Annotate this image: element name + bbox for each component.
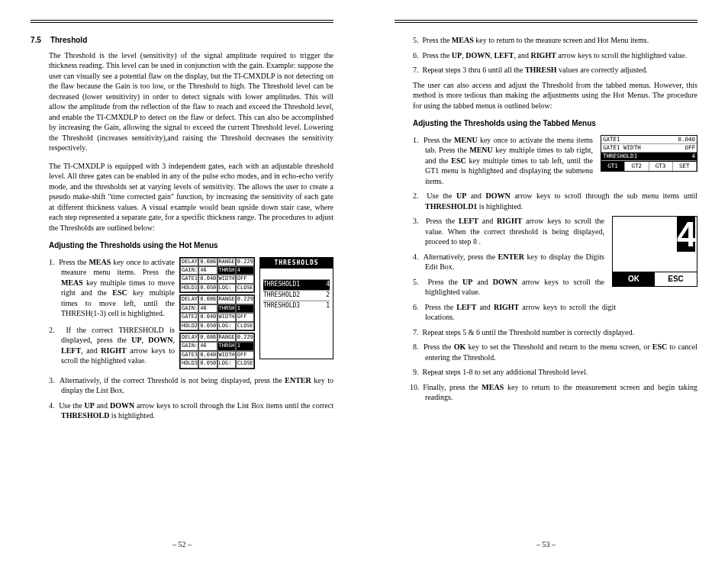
- lcd-3: DELAY:0.086RANGE:0.229 GAIN:46THRSH3:1 G…: [179, 333, 255, 369]
- hotmenu-step-5: 5. Press the MEAS key to return to the m…: [413, 35, 697, 46]
- tabbed-step-1: 1. Press the MENU key once to activate t…: [413, 135, 616, 187]
- tabbed-step-10: 10. Finally, press the MEAS key to retur…: [413, 382, 697, 403]
- hotmenu-step-3: 3. Alternatively, if the correct Thresho…: [31, 375, 333, 396]
- section-title: 7.5Threshold: [31, 35, 333, 46]
- page-spread: 7.5Threshold The Threshold is the level …: [0, 0, 728, 563]
- tabbed-step-8: 8. Press the OK key to set the Threshold…: [413, 342, 697, 362]
- lcd-1: DELAY:0.086RANGE:0.229 GAIN:46THRSH1:4 G…: [179, 257, 255, 294]
- section-number: 7.5: [31, 36, 41, 44]
- tabbed-step-9: 9. Repeat steps 1-8 to set any additiona…: [413, 367, 697, 378]
- header-rules: [31, 20, 333, 23]
- esc-label: ESC: [655, 272, 697, 286]
- hotmenu-step-4: 4. Use the UP and DOWN arrow keys to scr…: [31, 401, 333, 421]
- tabbed-steps: GATE10.040 GATE1 WIDTHOFF THRESHOLD14 GT…: [395, 135, 697, 403]
- tabbed-heading: Adjusting the Thresholds using the Tabbe…: [413, 118, 697, 129]
- tabbed-step-5: 5. Press the UP and DOWN arrow keys to s…: [413, 277, 616, 298]
- page-number-52: – 52 –: [0, 539, 364, 550]
- page-number-53: – 53 –: [364, 539, 728, 550]
- tabbed-step-3: 3. Press the LEFT and RIGHT arrow keys t…: [413, 216, 616, 247]
- lcd-readouts: DELAY:0.086RANGE:0.229 GAIN:46THRSH1:4 G…: [179, 257, 255, 371]
- page-52: 7.5Threshold The Threshold is the level …: [0, 0, 364, 563]
- tabbed-note: The user can also access and adjust the …: [413, 80, 697, 111]
- hotmenu-heading: Adjusting the Thresholds using the Hot M…: [49, 240, 333, 251]
- thresholds-title: THRESHOLDS: [260, 258, 333, 269]
- ok-label: OK: [613, 272, 655, 286]
- tabbed-step-2: 2. Use the UP and DOWN arrow keys to scr…: [413, 191, 697, 211]
- hotmenu-step-6: 6. Press the UP, DOWN, LEFT, and RIGHT a…: [413, 50, 697, 61]
- lcd-2: DELAY:0.086RANGE:0.229 GAIN:46THRSH2:1 G…: [179, 294, 255, 331]
- tabbed-step-7: 7. Repeat steps 5 & 6 until the Threshol…: [413, 327, 697, 338]
- section-name: Threshold: [50, 36, 87, 44]
- thresholds-listbox: THRESHOLDS THRESHOLD14 THRESHOLD22 THRES…: [259, 257, 333, 360]
- page-53: 5. Press the MEAS key to return to the m…: [364, 0, 728, 563]
- hotmenu-steps-with-figures: THRESHOLDS THRESHOLD14 THRESHOLD22 THRES…: [31, 257, 333, 375]
- hotmenu-step-7: 7. Repeat steps 3 thru 6 until all the T…: [413, 65, 697, 76]
- gate-tab-figure: GATE10.040 GATE1 WIDTHOFF THRESHOLD14 GT…: [601, 135, 697, 172]
- header-rules: [395, 20, 697, 23]
- threshold-para-2: The TI-CMXDLP is equipped with 3 indepen…: [31, 161, 333, 233]
- threshold-para-1: The Threshold is the level (sensitivity)…: [31, 50, 333, 153]
- tabbed-step-6: 6. Press the LEFT and RIGHT arrow keys t…: [413, 302, 616, 323]
- digit-edit-figure: 4 OKESC: [612, 216, 697, 287]
- tabbed-step-4: 4. Alternatively, press the ENTER key to…: [413, 252, 616, 272]
- digit-value: 4: [677, 217, 695, 252]
